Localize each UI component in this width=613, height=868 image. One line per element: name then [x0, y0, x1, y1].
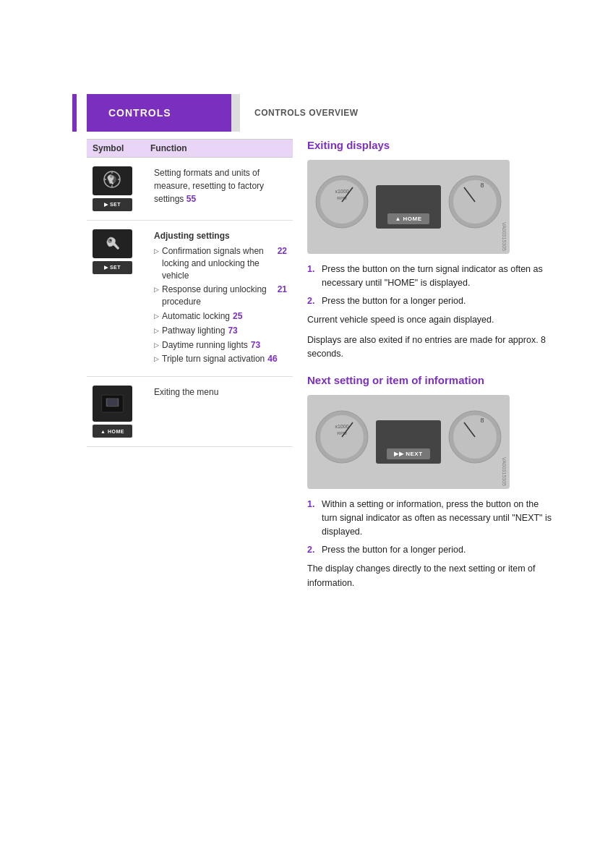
dashboard-image-next: x1000 RPM ▶▶ NEXT 8 VA [307, 395, 510, 489]
header-accent-bar [72, 94, 77, 132]
gauge-left-1: x1000 RPM [313, 166, 371, 249]
section-title-next: Next setting or item of information [307, 374, 555, 386]
body-text-1a: Current vehicle speed is once again disp… [307, 313, 555, 327]
gauge-left-2: x1000 RPM [313, 401, 371, 484]
header: CONTROLS CONTROLS OVERVIEW [87, 94, 555, 132]
symbol-cell-adjust [93, 229, 147, 274]
list-item: 1. Press the button on the turn signal i… [307, 263, 555, 290]
svg-text:8: 8 [480, 182, 484, 189]
body-text-2a: The display changes directly to the next… [307, 562, 555, 590]
center-screen-home: ▲ HOME [376, 185, 441, 229]
list-item: 2. Press the button for a longer period. [307, 543, 555, 557]
table-header: Symbol Function [87, 139, 293, 158]
svg-text:x1000: x1000 [335, 424, 348, 429]
section-title-exiting: Exiting displays [307, 139, 555, 151]
svg-point-8 [110, 239, 112, 242]
col-symbol-header: Symbol [93, 143, 150, 153]
settings-icon [93, 166, 132, 195]
numbered-list-2: 1. Within a setting or information, pres… [307, 498, 555, 556]
list-item: Daytime running lights 73 [154, 339, 287, 352]
center-screen-next: ▶▶ NEXT [376, 420, 441, 464]
list-item: Automatic locking 25 [154, 310, 287, 323]
list-item: Triple turn signal activation 46 [154, 353, 287, 365]
svg-text:x1000: x1000 [335, 189, 348, 194]
symbol-cell-settings [93, 166, 147, 211]
next-display-btn: ▶▶ NEXT [387, 448, 429, 459]
list-item: Response during unlocking procedure 21 [154, 284, 287, 308]
list-item: 1. Within a setting or information, pres… [307, 498, 555, 538]
list-item: Confirmation signals when locking and un… [154, 245, 287, 281]
left-column: Symbol Function [87, 139, 293, 596]
table-row: Setting formats and units of measure, re… [87, 158, 293, 221]
svg-text:8: 8 [480, 417, 484, 424]
table-row: Adjusting settings Confirmation signals … [87, 221, 293, 377]
watermark-2: VA00315305 [502, 457, 507, 486]
right-column: Exiting displays x1000 RPM ▲ HOME [307, 139, 555, 596]
adjust-icon [93, 229, 132, 258]
body-text-1b: Displays are also exited if no entries a… [307, 333, 555, 362]
sub-list: Confirmation signals when locking and un… [154, 245, 287, 365]
svg-rect-11 [107, 399, 117, 406]
controls-title: CONTROLS [108, 107, 171, 119]
home-button[interactable] [93, 425, 132, 438]
svg-point-6 [110, 175, 113, 178]
symbol-cell-exit [93, 386, 147, 438]
gauge-right-2: 8 [446, 401, 504, 484]
function-cell-adjust: Adjusting settings Confirmation signals … [154, 229, 287, 367]
main-content: Symbol Function [87, 139, 555, 596]
set-button-1[interactable] [93, 198, 132, 211]
watermark-1: VA00315305 [502, 222, 507, 251]
list-item: Pathway lighting 73 [154, 325, 287, 337]
gauge-right-1: 8 [446, 166, 504, 249]
set-button-2[interactable] [93, 261, 132, 274]
list-item: 2. Press the button for a longer period. [307, 294, 555, 308]
table-row: Exiting the menu [87, 377, 293, 447]
exit-icon [93, 386, 132, 422]
function-cell-exit: Exiting the menu [154, 386, 287, 399]
numbered-list-1: 1. Press the button on the turn signal i… [307, 263, 555, 307]
page: CONTROLS CONTROLS OVERVIEW Symbol Functi… [0, 94, 613, 868]
col-function-header: Function [150, 143, 287, 153]
section-exiting-displays: Exiting displays x1000 RPM ▲ HOME [307, 139, 555, 361]
section-next-setting: Next setting or item of information x100… [307, 374, 555, 590]
function-cell-settings: Setting formats and units of measure, re… [154, 166, 287, 205]
header-overview-label: CONTROLS OVERVIEW [240, 94, 359, 132]
header-controls-label: CONTROLS [87, 94, 231, 132]
dashboard-image-home: x1000 RPM ▲ HOME 8 VA0 [307, 160, 510, 254]
header-tab-divider [231, 94, 240, 132]
home-display-btn: ▲ HOME [387, 213, 429, 224]
